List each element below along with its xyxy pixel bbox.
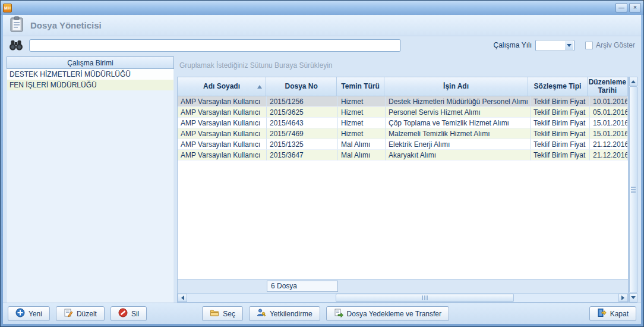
edit-button-label: Düzelt [77, 310, 97, 318]
year-label: Çalışma Yılı [494, 41, 532, 49]
archive-checkbox-label[interactable]: Arşiv Göster [596, 41, 635, 49]
table-row[interactable]: AMP Varsayılan Kullanıcı2015/7469HizmetM… [178, 128, 628, 139]
clipboard-icon [9, 16, 24, 34]
scroll-left-button[interactable] [178, 294, 187, 302]
title-bar: MH — × [1, 1, 643, 15]
minimize-button[interactable]: — [615, 3, 627, 12]
table-cell[interactable]: Elektrik Enerji Alımı [386, 139, 531, 150]
column-header-duzenleme-tarihi[interactable]: Düzenleme Tarihi [588, 77, 628, 96]
table-cell[interactable]: 2015/1325 [267, 139, 338, 150]
table-row[interactable]: AMP Varsayılan Kullanıcı2015/3647Mal Alı… [178, 150, 628, 161]
table-cell[interactable]: Teklif Birim Fiyat [531, 150, 590, 161]
select-button-label: Seç [223, 310, 235, 318]
work-unit-panel-fill [7, 90, 174, 303]
delete-button-label: Sil [131, 310, 139, 318]
table-cell[interactable]: AMP Varsayılan Kullanıcı [178, 150, 267, 161]
archive-checkbox[interactable] [585, 42, 593, 49]
table-row[interactable]: AMP Varsayılan Kullanıcı2015/3625HizmetP… [178, 107, 628, 118]
grid-body: AMP Varsayılan Kullanıcı2015/1256HizmetD… [178, 96, 628, 161]
vertical-scroll-track[interactable] [629, 86, 637, 293]
list-item[interactable]: DESTEK HİZMETLERİ MÜDÜRLÜĞÜ [7, 69, 174, 80]
table-cell[interactable]: Teklif Birim Fiyat [531, 128, 590, 139]
table-cell[interactable]: 21.12.2016 [590, 150, 628, 161]
close-window-button[interactable]: Kapat [589, 306, 636, 321]
file-grid-panel: Gruplamak İstediğiniz Sütunu Buraya Sürü… [177, 56, 637, 303]
horizontal-scrollbar[interactable] [178, 293, 628, 302]
table-row[interactable]: AMP Varsayılan Kullanıcı2015/1256HizmetD… [178, 96, 628, 107]
backup-transfer-button[interactable]: Dosya Yedekleme ve Transfer [326, 306, 449, 321]
table-cell[interactable]: Hizmet [338, 128, 386, 139]
table-row[interactable]: AMP Varsayılan Kullanıcı2015/1325Mal Alı… [178, 139, 628, 150]
sort-asc-icon [257, 85, 262, 89]
table-cell[interactable]: Destek Hizmetleri Müdürlüğü Personel Alı… [386, 96, 531, 107]
work-unit-header: Çalışma Birimi [7, 56, 174, 69]
table-cell[interactable]: Mal Alımı [338, 139, 386, 150]
column-header-adi-soyadi[interactable]: Adı Soyadı [178, 77, 266, 96]
group-by-hint[interactable]: Gruplamak İstediğiniz Sütunu Buraya Sürü… [177, 56, 637, 77]
chevron-down-icon[interactable] [565, 41, 573, 50]
table-cell[interactable]: AMP Varsayılan Kullanıcı [178, 139, 267, 150]
scroll-up-button[interactable] [629, 77, 637, 86]
table-cell[interactable]: AMP Varsayılan Kullanıcı [178, 107, 267, 118]
table-cell[interactable]: Teklif Birim Fiyat [531, 96, 590, 107]
table-cell[interactable]: 2015/3647 [267, 150, 338, 161]
authorization-button[interactable]: Yetkilendirme [249, 306, 320, 321]
grid-footer: 6 Dosya [178, 279, 628, 293]
table-row[interactable]: AMP Varsayılan Kullanıcı2015/4643HizmetÇ… [178, 118, 628, 128]
table-cell[interactable]: 2015/1256 [267, 96, 338, 107]
table-cell[interactable]: AMP Varsayılan Kullanıcı [178, 128, 267, 139]
column-header-dosya-no[interactable]: Dosya No [266, 77, 337, 96]
horizontal-scroll-track[interactable] [187, 294, 618, 302]
table-cell[interactable]: Hizmet [338, 118, 386, 128]
work-unit-panel: Çalışma Birimi DESTEK HİZMETLERİ MÜDÜRLÜ… [7, 56, 174, 303]
select-button[interactable]: Seç [202, 306, 243, 321]
scroll-down-button[interactable] [629, 293, 637, 303]
table-cell[interactable]: 2015/3625 [267, 107, 338, 118]
search-input[interactable] [29, 39, 401, 52]
table-cell[interactable]: 15.01.2016 [590, 128, 628, 139]
table-cell[interactable]: Personel Servis Hizmet Alımı [386, 107, 531, 118]
column-header-temin-turu[interactable]: Temin Türü [337, 77, 384, 96]
page-title: Dosya Yöneticisi [30, 20, 102, 30]
window-content: Dosya Yöneticisi Çalışma Yılı [3, 15, 641, 324]
table-cell[interactable]: 2015/4643 [267, 118, 338, 128]
table-cell[interactable]: Teklif Birim Fiyat [531, 118, 590, 128]
year-combobox[interactable] [535, 40, 574, 51]
add-icon [15, 308, 25, 319]
new-button[interactable]: Yeni [8, 306, 50, 321]
search-icon [9, 39, 23, 51]
table-cell[interactable]: Teklif Birim Fiyat [531, 107, 590, 118]
vertical-scrollbar[interactable] [629, 77, 637, 303]
table-cell[interactable]: 10.01.2016 [590, 96, 628, 107]
table-cell[interactable]: 21.12.2016 [590, 139, 628, 150]
list-item[interactable]: FEN İŞLERİ MÜDÜRLÜĞÜ [7, 80, 174, 90]
app-window: MH — × Dosya Yöneticisi [0, 0, 644, 327]
vertical-scroll-thumb[interactable] [629, 86, 637, 293]
app-logo-icon: MH [3, 4, 12, 12]
delete-button[interactable]: Sil [111, 306, 147, 321]
column-header-isin-adi[interactable]: İşin Adı [384, 77, 528, 96]
authorization-button-label: Yetkilendirme [270, 310, 312, 318]
user-key-icon [257, 308, 266, 319]
horizontal-scroll-thumb[interactable] [336, 294, 514, 302]
table-cell[interactable]: Malzemeli Temizlik Hizmet Alımı [386, 128, 531, 139]
table-cell[interactable]: Hizmet [338, 96, 386, 107]
table-cell[interactable]: 2015/7469 [267, 128, 338, 139]
table-cell[interactable]: Hizmet [338, 107, 386, 118]
edit-button[interactable]: Düzelt [56, 306, 105, 321]
file-count-badge: 6 Dosya [267, 281, 338, 292]
close-button[interactable]: × [629, 3, 641, 12]
table-cell[interactable]: AMP Varsayılan Kullanıcı [178, 118, 267, 128]
table-cell[interactable]: 05.01.2016 [590, 107, 628, 118]
scroll-right-button[interactable] [618, 294, 628, 302]
column-header-sozlesme-tipi[interactable]: Sözleşme Tipi [528, 77, 587, 96]
file-grid: Adı Soyadı Dosya No Temin Türü İşin Adı … [177, 77, 629, 303]
table-cell[interactable]: AMP Varsayılan Kullanıcı [178, 96, 267, 107]
table-cell[interactable]: 15.01.2016 [590, 118, 628, 128]
table-cell[interactable]: Teklif Birim Fiyat [531, 139, 590, 150]
edit-icon [64, 308, 73, 319]
table-cell[interactable]: Çöp Toplama ve Temizlik Hizmet Alımı [386, 118, 531, 128]
table-cell[interactable]: Akaryakıt Alımı [386, 150, 531, 161]
delete-icon [118, 308, 128, 319]
table-cell[interactable]: Mal Alımı [338, 150, 386, 161]
